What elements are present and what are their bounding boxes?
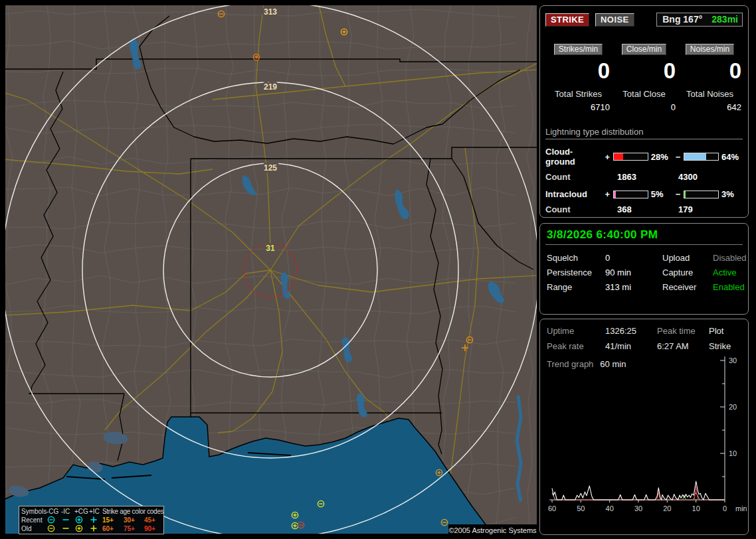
ic-positive-pct: 5%	[651, 189, 672, 199]
plot-strike-value: Strike	[709, 341, 743, 351]
legend-symbols-header: Symbols	[21, 507, 47, 516]
noises-per-min-value: 0	[729, 59, 741, 83]
intracloud-label: Intracloud	[545, 189, 602, 199]
strikes-per-min-button[interactable]: Strikes/min	[554, 44, 603, 55]
svg-text:60: 60	[548, 504, 556, 512]
legend-col-neg-cg: -CG	[47, 507, 61, 516]
svg-text:313: 313	[264, 7, 277, 17]
minus-sign: −	[675, 189, 681, 199]
close-per-min-value: 0	[664, 59, 676, 83]
capture-label: Capture	[662, 268, 713, 277]
pos-ic-recent-icon	[89, 516, 98, 524]
svg-text:20: 20	[729, 403, 737, 411]
map-legend: Symbols -CG -IC +CG +IC Strike age color…	[19, 506, 164, 534]
total-noises-value: 642	[727, 102, 741, 112]
strikes-counter: Strikes/min 0 Total Strikes 6710	[545, 44, 611, 112]
cg-negative-pct: 64%	[721, 152, 743, 162]
ic-negative-bar	[684, 191, 719, 198]
receiver-value: Enabled	[713, 282, 747, 292]
squelch-label: Squelch	[547, 253, 605, 263]
upload-value: Disabled	[713, 253, 747, 263]
peak-rate-value: 41/min	[605, 341, 657, 351]
intracloud-count-row: Count 368 179	[545, 204, 743, 214]
svg-text:min: min	[735, 504, 747, 512]
total-close-value: 0	[671, 102, 676, 112]
neg-cg-old-icon	[47, 524, 56, 532]
status-panel: STRIKE NOISE Bng 167°283mi Strikes/min 0…	[538, 0, 756, 539]
cg-positive-pct: 28%	[651, 152, 672, 162]
age-code-30: 30+	[124, 516, 144, 524]
range-label: Range	[547, 282, 605, 292]
datetime-display: 3/8/2026 6:40:00 PM	[545, 227, 743, 245]
legend-col-pos-cg: +CG	[74, 507, 89, 516]
total-strikes-value: 6710	[591, 102, 610, 112]
noise-button[interactable]: NOISE	[595, 13, 634, 27]
cg-positive-bar	[613, 153, 648, 161]
age-code-90: 90+	[144, 524, 164, 533]
close-counter: Close/min 0 Total Close 0	[611, 44, 677, 112]
cloud-ground-row: Cloud-ground + 28% − 64%	[545, 147, 743, 167]
plus-sign: +	[605, 152, 611, 162]
pos-cg-recent-icon	[74, 516, 84, 524]
age-code-60: 60+	[102, 524, 124, 533]
bearing-label: Bng 167°	[662, 14, 702, 25]
count-label: Count	[545, 172, 617, 182]
legend-col-neg-ic: -IC	[61, 507, 74, 516]
age-code-75: 75+	[124, 524, 144, 533]
total-strikes-label: Total Strikes	[555, 89, 602, 99]
squelch-value: 0	[605, 253, 662, 263]
strike-map[interactable]: 31321912531 Symbols -CG -IC +CG +IC Stri…	[5, 5, 537, 534]
age-code-45: 45+	[144, 516, 164, 524]
ic-negative-count: 179	[678, 204, 739, 214]
count-label: Count	[545, 204, 617, 214]
ic-positive-bar	[613, 191, 648, 198]
trend-box: Uptime 1326:25 Peak time Plot Peak rate …	[539, 319, 749, 535]
neg-cg-recent-icon	[47, 516, 56, 524]
total-close-label: Total Close	[622, 89, 665, 99]
strikes-per-min-value: 0	[598, 59, 610, 83]
svg-text:20: 20	[663, 504, 671, 512]
peak-rate-label: Peak rate	[547, 341, 605, 351]
persistence-value: 90 min	[605, 268, 662, 277]
svg-text:40: 40	[606, 504, 614, 512]
legend-row-old-label: Old	[21, 524, 47, 533]
legend-age-header: Strike age color codes	[102, 507, 164, 516]
neg-ic-old-icon	[61, 524, 70, 532]
svg-text:30: 30	[634, 504, 642, 512]
svg-text:50: 50	[577, 504, 585, 512]
age-code-15: 15+	[102, 516, 124, 524]
pos-ic-old-icon	[89, 524, 98, 532]
trend-chart: 1020306050403020100min	[543, 351, 747, 533]
receiver-label: Receiver	[662, 282, 713, 292]
svg-text:10: 10	[729, 449, 737, 457]
bearing-box: Bng 167°283mi	[656, 13, 743, 27]
noises-per-min-button[interactable]: Noises/min	[686, 44, 734, 55]
strike-button[interactable]: STRIKE	[545, 13, 589, 27]
cloud-ground-count-row: Count 1863 4300	[545, 172, 743, 182]
pos-cg-old-icon	[74, 524, 84, 532]
close-per-min-button[interactable]: Close/min	[622, 44, 666, 55]
plot-label: Plot	[709, 326, 743, 336]
svg-text:30: 30	[729, 356, 737, 364]
uptime-label: Uptime	[547, 326, 605, 336]
svg-text:0: 0	[723, 504, 727, 512]
svg-text:10: 10	[692, 504, 700, 512]
lightning-detector-app: 31321912531 Symbols -CG -IC +CG +IC Stri…	[0, 0, 756, 539]
map-canvas[interactable]: 31321912531	[5, 5, 537, 534]
ic-positive-count: 368	[617, 204, 678, 214]
cg-negative-count: 4300	[678, 172, 739, 182]
legend-col-pos-ic: +IC	[89, 507, 102, 516]
peak-time-label: Peak time	[657, 326, 709, 336]
upload-label: Upload	[662, 253, 713, 263]
svg-text:125: 125	[264, 163, 277, 173]
settings-box: 3/8/2026 6:40:00 PM Squelch 0 Upload Dis…	[539, 223, 749, 315]
capture-value: Active	[713, 268, 747, 277]
svg-text:219: 219	[264, 82, 277, 92]
strike-stats-box: STRIKE NOISE Bng 167°283mi Strikes/min 0…	[539, 5, 749, 218]
range-value: 313 mi	[605, 282, 662, 292]
copyright-text: ©2005 Astrogenic Systems	[448, 524, 537, 536]
cg-positive-count: 1863	[617, 172, 678, 182]
persistence-label: Persistence	[547, 268, 605, 277]
cloud-ground-label: Cloud-ground	[545, 147, 602, 167]
total-noises-label: Total Noises	[686, 89, 733, 99]
